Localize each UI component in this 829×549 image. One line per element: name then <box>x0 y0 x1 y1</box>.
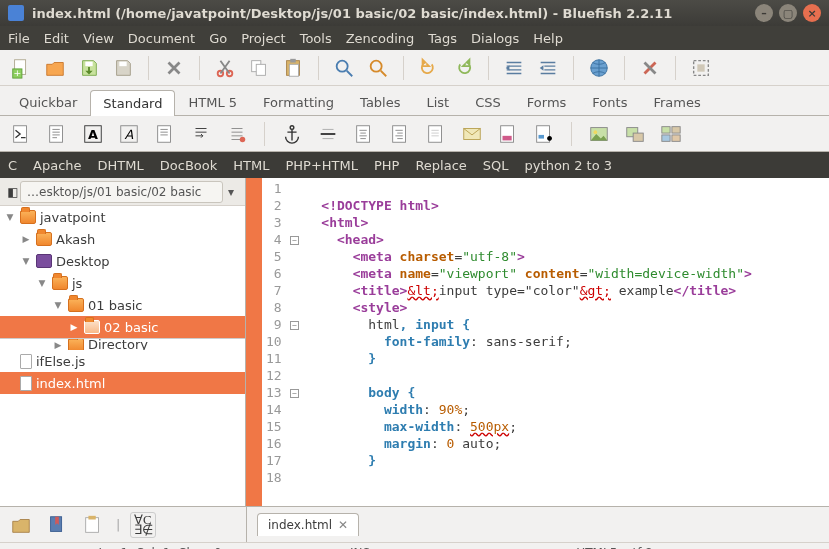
tab-frames[interactable]: Frames <box>640 89 713 115</box>
email-icon[interactable] <box>459 121 485 147</box>
minimize-button[interactable]: – <box>755 4 773 22</box>
find-button[interactable] <box>331 55 357 81</box>
fullscreen-button[interactable] <box>688 55 714 81</box>
lang-php[interactable]: PHP <box>374 158 399 173</box>
redo-button[interactable] <box>450 55 476 81</box>
tree-item[interactable]: index.html <box>0 372 245 394</box>
document-tab[interactable]: index.html ✕ <box>257 513 359 536</box>
menu-file[interactable]: File <box>8 31 30 46</box>
filebrowser-icon[interactable] <box>8 512 34 538</box>
anchor-icon[interactable] <box>279 121 305 147</box>
image-icon[interactable] <box>586 121 612 147</box>
menu-view[interactable]: View <box>83 31 114 46</box>
hrule-icon[interactable] <box>315 121 341 147</box>
menu-document[interactable]: Document <box>128 31 195 46</box>
menu-tools[interactable]: Tools <box>300 31 332 46</box>
tree-item[interactable]: ▼javatpoint <box>0 206 245 228</box>
center-icon[interactable] <box>351 121 377 147</box>
undo-button[interactable] <box>416 55 442 81</box>
tree-item[interactable]: ▼01 basic <box>0 294 245 316</box>
lang-dhtml[interactable]: DHTML <box>98 158 144 173</box>
find-replace-button[interactable] <box>365 55 391 81</box>
fold-gutter[interactable]: − − − <box>288 178 302 506</box>
tree-item[interactable]: ▼Desktop <box>0 250 245 272</box>
maximize-button[interactable]: ▢ <box>779 4 797 22</box>
basefont-icon[interactable]: ● <box>531 121 557 147</box>
lang-c[interactable]: C <box>8 158 17 173</box>
lang-py2to3[interactable]: python 2 to 3 <box>525 158 612 173</box>
thumbnail-icon[interactable] <box>622 121 648 147</box>
menubar: File Edit View Document Go Project Tools… <box>0 26 829 50</box>
save-button[interactable] <box>76 55 102 81</box>
svg-rect-4 <box>119 61 126 66</box>
menu-dialogs[interactable]: Dialogs <box>471 31 519 46</box>
code-editor[interactable]: 123456789101112131415161718 − − − <!DOCT… <box>262 178 829 506</box>
preview-browser-button[interactable] <box>586 55 612 81</box>
lang-apache[interactable]: Apache <box>33 158 82 173</box>
tab-css[interactable]: CSS <box>462 89 514 115</box>
tab-list[interactable]: List <box>413 89 462 115</box>
tab-forms[interactable]: Forms <box>514 89 580 115</box>
encoding-info[interactable]: HTML5, utf-8 <box>400 546 829 550</box>
paste-button[interactable] <box>280 55 306 81</box>
svg-rect-11 <box>290 58 296 62</box>
preferences-button[interactable] <box>637 55 663 81</box>
paragraph-icon[interactable] <box>152 121 178 147</box>
menu-edit[interactable]: Edit <box>44 31 69 46</box>
tree-item[interactable]: ▶Directory <box>0 338 245 350</box>
tab-html5[interactable]: HTML 5 <box>175 89 250 115</box>
italic-icon[interactable]: A <box>116 121 142 147</box>
cut-button[interactable] <box>212 55 238 81</box>
nbsp-icon[interactable] <box>224 121 250 147</box>
menu-zencoding[interactable]: Zencoding <box>346 31 415 46</box>
body-icon[interactable] <box>44 121 70 147</box>
multi-thumbnail-icon[interactable] <box>658 121 684 147</box>
tree-item[interactable]: ▶02 basic <box>0 316 245 338</box>
tree-item[interactable]: ▶Akash <box>0 228 245 250</box>
lang-phphtml[interactable]: PHP+HTML <box>285 158 358 173</box>
line-numbers: 123456789101112131415161718 <box>262 178 288 506</box>
save-as-button[interactable] <box>110 55 136 81</box>
tree-item[interactable]: ifElse.js <box>0 350 245 372</box>
copy-button[interactable] <box>246 55 272 81</box>
code-area[interactable]: <!DOCTYPE html> <html> <head> <meta char… <box>302 178 829 506</box>
new-file-button[interactable]: + <box>8 55 34 81</box>
tree-item[interactable]: ▼js <box>0 272 245 294</box>
lang-docbook[interactable]: DocBook <box>160 158 217 173</box>
bold-icon[interactable]: A <box>80 121 106 147</box>
rightalign-icon[interactable] <box>387 121 413 147</box>
open-file-button[interactable] <box>42 55 68 81</box>
chevron-down-icon[interactable]: ▾ <box>223 185 239 199</box>
tab-quickbar[interactable]: Quickbar <box>6 89 90 115</box>
insert-mode[interactable]: INS <box>320 546 400 550</box>
close-tab-icon[interactable]: ✕ <box>338 518 348 532</box>
tab-formatting[interactable]: Formatting <box>250 89 347 115</box>
menu-tags[interactable]: Tags <box>428 31 457 46</box>
svg-text:A: A <box>125 126 134 141</box>
menu-project[interactable]: Project <box>241 31 285 46</box>
font-icon[interactable] <box>495 121 521 147</box>
close-file-button[interactable] <box>161 55 187 81</box>
break-icon[interactable] <box>188 121 214 147</box>
tab-fonts[interactable]: Fonts <box>579 89 640 115</box>
lang-html[interactable]: HTML <box>233 158 269 173</box>
tab-tables[interactable]: Tables <box>347 89 413 115</box>
unindent-button[interactable] <box>501 55 527 81</box>
tab-standard[interactable]: Standard <box>90 90 175 116</box>
charmap-icon[interactable]: ∀C∃∉ <box>130 512 156 538</box>
file-tree[interactable]: ▼javatpoint▶Akash▼Desktop▼js▼01 basic▶02… <box>0 206 245 506</box>
menu-help[interactable]: Help <box>533 31 563 46</box>
snippets-icon[interactable] <box>80 512 106 538</box>
indent-button[interactable] <box>535 55 561 81</box>
bookmarks-icon[interactable] <box>44 512 70 538</box>
close-button[interactable]: × <box>803 4 821 22</box>
lang-sql[interactable]: SQL <box>483 158 509 173</box>
svg-rect-33 <box>539 134 545 138</box>
lang-replace[interactable]: Replace <box>415 158 466 173</box>
quickstart-icon[interactable] <box>8 121 34 147</box>
comment-icon[interactable] <box>423 121 449 147</box>
svg-point-13 <box>371 60 382 71</box>
svg-rect-44 <box>86 517 99 532</box>
menu-go[interactable]: Go <box>209 31 227 46</box>
path-breadcrumb[interactable]: ◧ …esktop/js/01 basic/02 basic ▾ <box>0 178 245 206</box>
